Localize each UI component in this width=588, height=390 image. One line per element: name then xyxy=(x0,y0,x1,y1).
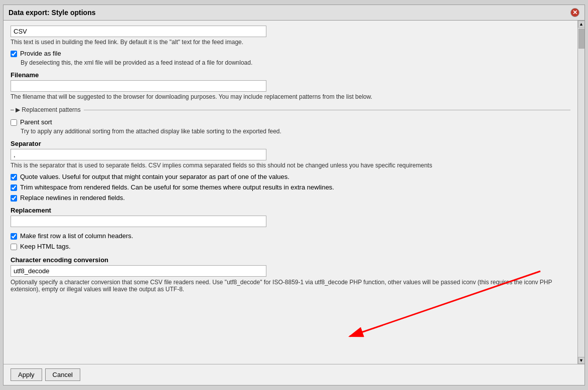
dialog-body: This text is used in building the feed l… xyxy=(4,21,584,364)
separator-label: Separator xyxy=(11,140,570,147)
apply-button[interactable]: Apply xyxy=(11,368,42,381)
cancel-button[interactable]: Cancel xyxy=(45,368,80,381)
replace-newlines-label: Replace newlines in rendered fields. xyxy=(20,194,125,202)
make-first-row-label: Make first row a list of column headers. xyxy=(20,232,133,240)
dialog-footer: Apply Cancel xyxy=(4,364,584,385)
trim-whitespace-label: Trim whitespace from rendered fields. Ca… xyxy=(20,183,334,191)
filename-input[interactable] xyxy=(11,80,266,92)
parent-sort-checkbox[interactable] xyxy=(11,119,17,126)
separator-input[interactable] xyxy=(11,149,266,160)
filename-desc: The filename that will be suggested to t… xyxy=(11,93,570,100)
scrollbar-up[interactable]: ▲ xyxy=(578,21,585,28)
section-divider-line xyxy=(84,110,570,110)
dialog-title: Data export: Style options xyxy=(9,9,95,17)
quote-values-checkbox[interactable] xyxy=(11,174,17,180)
parent-sort-row: Parent sort xyxy=(11,118,570,126)
provide-as-file-checkbox[interactable] xyxy=(11,51,17,57)
provide-as-file-label: Provide as file xyxy=(20,50,61,57)
close-button[interactable]: ✕ xyxy=(570,8,579,17)
csv-input[interactable] xyxy=(11,26,266,37)
replace-newlines-row: Replace newlines in rendered fields. xyxy=(11,194,570,202)
replacement-label: Replacement xyxy=(11,207,570,214)
csv-description: This text is used in building the feed l… xyxy=(11,39,570,46)
trim-whitespace-checkbox[interactable] xyxy=(11,184,17,191)
data-export-dialog: Data export: Style options ✕ This text i… xyxy=(3,5,585,385)
filename-label: Filename xyxy=(11,71,570,79)
separator-desc: This is the separator that is used to se… xyxy=(11,162,570,169)
char-encoding-label: Character encoding conversion xyxy=(11,256,570,264)
char-encoding-desc: Optionally specify a character conversio… xyxy=(11,279,570,293)
provide-as-file-desc: By deselecting this, the xml file will b… xyxy=(21,59,570,66)
content-wrapper: This text is used in building the feed l… xyxy=(11,26,570,293)
scrollbar: ▲ ▼ xyxy=(577,21,584,364)
content-area: This text is used in building the feed l… xyxy=(4,21,577,364)
make-first-row-row: Make first row a list of column headers. xyxy=(11,232,570,240)
keep-html-label: Keep HTML tags. xyxy=(20,243,71,250)
provide-as-file-row: Provide as file xyxy=(11,50,570,57)
quote-values-row: Quote values. Useful for output that mig… xyxy=(11,173,570,180)
replacement-input[interactable] xyxy=(11,216,266,227)
dialog-header: Data export: Style options ✕ xyxy=(4,5,584,21)
char-encoding-input[interactable] xyxy=(11,265,266,277)
scrollbar-down[interactable]: ▼ xyxy=(578,357,585,364)
parent-sort-label: Parent sort xyxy=(20,118,52,126)
scrollbar-thumb[interactable] xyxy=(578,29,584,49)
keep-html-row: Keep HTML tags. xyxy=(11,243,570,250)
quote-values-label: Quote values. Useful for output that mig… xyxy=(20,173,289,180)
replacement-patterns-section: – ▶ Replacement patterns xyxy=(11,106,570,113)
replacement-patterns-label: – ▶ Replacement patterns xyxy=(11,106,81,113)
trim-whitespace-row: Trim whitespace from rendered fields. Ca… xyxy=(11,183,570,191)
keep-html-checkbox[interactable] xyxy=(11,244,17,250)
parent-sort-desc: Try to apply any additional sorting from… xyxy=(21,128,570,135)
annotation-arrow xyxy=(269,266,560,346)
make-first-row-checkbox[interactable] xyxy=(11,233,17,240)
replace-newlines-checkbox[interactable] xyxy=(11,195,17,202)
